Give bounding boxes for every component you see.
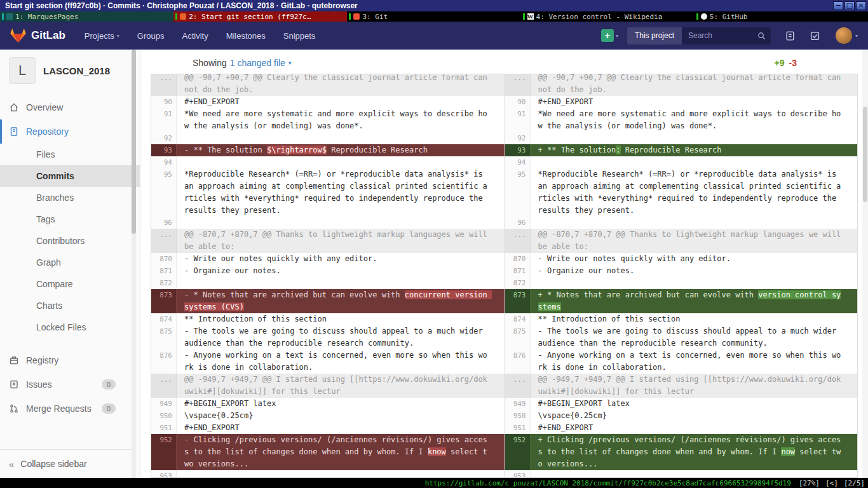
line-number[interactable]: 870 [505, 253, 531, 265]
new-menu-button[interactable]: + ▾ [601, 29, 618, 42]
line-number[interactable]: 92 [151, 132, 177, 144]
tab-2[interactable]: 2: Start git section (ff927c… [173, 11, 347, 22]
todos-icon[interactable] [810, 30, 820, 41]
sidebar-item-files[interactable]: Files [0, 144, 140, 165]
line-number[interactable]: 874 [505, 313, 531, 325]
line-number[interactable]: 94 [151, 156, 177, 168]
issues-icon[interactable] [785, 30, 796, 41]
gitlab-home-link[interactable]: GitLab [10, 28, 65, 43]
line-number[interactable]: 950 [151, 410, 177, 422]
sidebar-item-merge-requests[interactable]: Merge Requests0 [0, 396, 140, 421]
tab-3[interactable]: 3: Git [347, 11, 520, 22]
sidebar-scrollbar[interactable] [132, 50, 136, 478]
line-number[interactable]: 952 [505, 434, 531, 470]
line-number[interactable]: 93 [151, 144, 177, 156]
sidebar-item-overview[interactable]: Overview [0, 95, 140, 119]
user-menu[interactable]: ▾ [836, 27, 858, 44]
search-input[interactable] [687, 30, 747, 41]
diff-text-segment: @@ -870,7 +870,7 @@ Thanks to lightweigh… [184, 230, 492, 251]
nav-link-snippets[interactable]: Snippets [283, 31, 316, 41]
line-number[interactable]: 871 [151, 265, 177, 277]
line-number[interactable]: 871 [505, 265, 531, 277]
nav-link-projects[interactable]: Projects▾ [85, 31, 119, 41]
line-number[interactable]: 90 [505, 96, 531, 108]
sidebar-item-compare[interactable]: Compare [0, 273, 140, 295]
line-number[interactable]: 873 [151, 289, 177, 313]
line-number[interactable]: ... [151, 74, 177, 96]
diff-row: 952- Clicking /previous versions/ (/anci… [151, 434, 857, 470]
line-number[interactable]: 96 [151, 217, 177, 229]
sidebar-item-contributors[interactable]: Contributors [0, 230, 140, 252]
scrollbar-thumb[interactable] [863, 107, 867, 202]
tab-5[interactable]: 5: GitHub [695, 11, 868, 22]
line-number[interactable]: 950 [505, 410, 531, 422]
tab-1[interactable]: 1: MarquesPages [0, 11, 173, 22]
diff-text-segment: @@ -949,7 +949,7 @@ I started using [[ht… [184, 375, 487, 396]
diff-row: 874** Introduction of this section874** … [151, 313, 857, 325]
diff-row: 95*Reproducible Research* (=RR=) or *rep… [151, 168, 857, 217]
nav-link-milestones[interactable]: Milestones [226, 31, 266, 41]
collapse-sidebar-button[interactable]: « Collapse sidebar [0, 449, 135, 478]
new-cell: ...@@ -949,7 +949,7 @@ I started using [… [505, 374, 858, 398]
sidebar-item-repository[interactable]: Repository [0, 119, 140, 144]
sidebar-item-registry[interactable]: Registry [0, 348, 140, 372]
line-number[interactable]: ... [505, 374, 531, 398]
line-number[interactable]: 876 [505, 349, 531, 374]
line-number[interactable]: 94 [505, 156, 531, 168]
close-button[interactable]: × [856, 1, 866, 10]
minimize-button[interactable]: − [833, 1, 843, 10]
line-number[interactable]: 875 [151, 325, 177, 349]
nav-link-activity[interactable]: Activity [182, 31, 208, 41]
search-scope-button[interactable]: This project [627, 27, 682, 44]
sidebar-item-graph[interactable]: Graph [0, 252, 140, 273]
line-number[interactable]: 951 [505, 422, 531, 434]
line-number[interactable]: 93 [505, 144, 531, 156]
sidebar-item-charts[interactable]: Charts [0, 295, 140, 316]
line-number[interactable]: 949 [151, 398, 177, 410]
sidebar-item-commits[interactable]: Commits [0, 165, 140, 187]
line-number[interactable]: ... [505, 74, 531, 96]
sidebar-item-locked-files[interactable]: Locked Files [0, 316, 140, 338]
maximize-button[interactable]: □ [844, 1, 855, 10]
scrollbar-thumb[interactable] [132, 50, 136, 234]
sidebar-item-branches[interactable]: Branches [0, 187, 140, 208]
line-number[interactable]: 96 [505, 217, 531, 229]
line-number[interactable]: 872 [505, 277, 531, 289]
line-number[interactable]: 952 [151, 434, 177, 470]
line-number[interactable]: 90 [151, 96, 177, 108]
diff-text-segment: *Reproducible Research* (=RR=) or *repro… [184, 170, 487, 215]
project-name[interactable]: LASCON_2018 [43, 65, 110, 76]
line-number[interactable]: 951 [151, 422, 177, 434]
tab-4[interactable]: W4: Version control - Wikipedia [521, 11, 695, 22]
line-number[interactable]: 949 [505, 398, 531, 410]
line-number[interactable]: 870 [151, 253, 177, 265]
project-avatar[interactable]: L [9, 57, 36, 84]
line-number[interactable]: 873 [505, 289, 531, 313]
line-number[interactable]: 95 [505, 168, 531, 217]
sidebar-item-tags[interactable]: Tags [0, 208, 140, 230]
sidebar-item-issues[interactable]: Issues0 [0, 372, 140, 396]
nav-link-groups[interactable]: Groups [137, 31, 165, 41]
line-number[interactable]: 953 [505, 470, 531, 478]
diff-row: 870- Write our notes quickly with any ed… [151, 253, 857, 265]
line-number[interactable]: 872 [151, 277, 177, 289]
line-number[interactable]: 874 [151, 313, 177, 325]
line-number[interactable]: 875 [505, 325, 531, 349]
old-cell: 873- * Notes that are archived but can e… [151, 289, 505, 313]
line-number[interactable]: 876 [151, 349, 177, 374]
line-number[interactable]: ... [151, 374, 177, 398]
line-number[interactable]: 953 [151, 470, 177, 478]
search-box[interactable] [682, 27, 771, 44]
page-scrollbar[interactable] [862, 50, 868, 478]
line-number[interactable]: ... [151, 229, 177, 253]
tab-bar: 1: MarquesPages2: Start git section (ff9… [0, 11, 868, 22]
diff-text-segment: #+BEGIN_EXPORT latex [184, 399, 276, 408]
line-number[interactable]: 95 [151, 168, 177, 217]
changed-files-dropdown[interactable]: 1 changed file [230, 58, 285, 68]
line-number[interactable]: ... [505, 229, 531, 253]
line-number[interactable]: 91 [505, 108, 531, 132]
diff-header: Showing 1 changed file ▾ +9 -3 [151, 55, 858, 71]
line-number[interactable]: 91 [151, 108, 177, 132]
line-number[interactable]: 92 [505, 132, 531, 144]
new-cell: ...@@ -90,7 +90,7 @@ Clearly the classic… [505, 74, 858, 96]
